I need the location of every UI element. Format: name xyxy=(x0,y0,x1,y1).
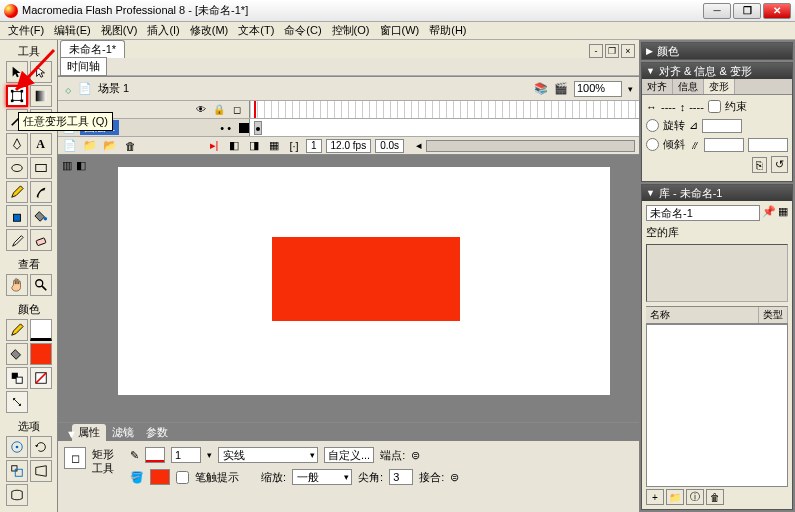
copy-transform-icon[interactable]: ⎘ xyxy=(752,157,767,173)
hand-tool[interactable] xyxy=(6,274,28,296)
align-panel-header[interactable]: ▼对齐 & 信息 & 变形 xyxy=(642,63,792,79)
info-tab[interactable]: 信息 xyxy=(673,79,704,94)
option-rotate-icon[interactable] xyxy=(30,436,52,458)
new-folder-icon[interactable]: 📁 xyxy=(666,489,684,505)
fill-color-swatch[interactable] xyxy=(30,343,52,365)
zoom-tool[interactable] xyxy=(30,274,52,296)
align-tab[interactable]: 对齐 xyxy=(642,79,673,94)
transform-tab[interactable]: 变形 xyxy=(704,79,735,94)
free-transform-tool[interactable] xyxy=(6,85,28,107)
insert-layer-icon[interactable]: 📄 xyxy=(62,139,78,153)
center-frame-icon[interactable]: ▸| xyxy=(206,139,222,153)
scene-back-icon[interactable]: ⬦ xyxy=(64,81,72,97)
doc-minimize-icon[interactable]: - xyxy=(589,44,603,58)
rotate-radio[interactable] xyxy=(646,119,659,132)
edit-multiple-icon[interactable]: ▦ xyxy=(266,139,282,153)
gradient-transform-tool[interactable] xyxy=(30,85,52,107)
menu-view[interactable]: 视图(V) xyxy=(97,22,142,39)
pencil-tool[interactable] xyxy=(6,181,28,203)
black-white-button[interactable] xyxy=(6,367,28,389)
skew-h-field[interactable] xyxy=(704,138,744,152)
onion-outline-icon[interactable]: ◨ xyxy=(246,139,262,153)
delete-item-icon[interactable]: 🗑 xyxy=(706,489,724,505)
brush-tool[interactable] xyxy=(30,181,52,203)
outline-column-icon[interactable]: ◻ xyxy=(231,104,243,116)
parameters-tab[interactable]: 参数 xyxy=(140,424,174,441)
fill-color-picker[interactable] xyxy=(150,469,170,485)
edit-symbol-icon[interactable]: 🎬 xyxy=(554,82,568,95)
pin-library-icon[interactable]: 📌 xyxy=(762,205,776,221)
stroke-color-swatch[interactable] xyxy=(30,319,52,341)
layer-frames-track[interactable] xyxy=(250,119,639,136)
rectangle-shape[interactable] xyxy=(272,237,460,321)
join-dropdown-icon[interactable]: ⊜ xyxy=(450,471,459,484)
skew-v-field[interactable] xyxy=(748,138,788,152)
maximize-button[interactable]: ❐ xyxy=(733,3,761,19)
insert-guide-icon[interactable]: 📁 xyxy=(82,139,98,153)
endcap-dropdown-icon[interactable]: ⊜ xyxy=(411,449,420,462)
eyedropper-tool[interactable] xyxy=(6,229,28,251)
canvas-tool1-icon[interactable]: ▥ xyxy=(62,159,72,172)
option-snap-icon[interactable] xyxy=(6,436,28,458)
stroke-weight-stepper-icon[interactable]: ▾ xyxy=(207,450,212,460)
swap-colors-button[interactable] xyxy=(6,391,28,413)
stroke-style-dropdown[interactable]: 实线 xyxy=(218,447,318,463)
subselect-tool[interactable] xyxy=(30,61,52,83)
library-doc-dropdown[interactable]: 未命名-1 xyxy=(646,205,760,221)
zoom-dropdown-icon[interactable]: ▾ xyxy=(628,84,633,94)
reset-transform-icon[interactable]: ↺ xyxy=(771,156,788,173)
menu-window[interactable]: 窗口(W) xyxy=(376,22,424,39)
option-envelope-icon[interactable] xyxy=(6,484,28,506)
text-tool[interactable]: A xyxy=(30,133,52,155)
timeline-tab-button[interactable]: 时间轴 xyxy=(60,57,107,76)
insert-folder-icon[interactable]: 📂 xyxy=(102,139,118,153)
menu-file[interactable]: 文件(F) xyxy=(4,22,48,39)
skew-radio[interactable] xyxy=(646,138,659,151)
menu-help[interactable]: 帮助(H) xyxy=(425,22,470,39)
new-symbol-icon[interactable]: + xyxy=(646,489,664,505)
frame-ruler[interactable] xyxy=(250,101,639,118)
color-panel-header[interactable]: ▶颜色 xyxy=(642,43,792,59)
menu-control[interactable]: 控制(O) xyxy=(328,22,374,39)
doc-close-icon[interactable]: × xyxy=(621,44,635,58)
library-item-list[interactable] xyxy=(646,324,788,487)
menu-insert[interactable]: 插入(I) xyxy=(143,22,183,39)
properties-icon[interactable]: ⓘ xyxy=(686,489,704,505)
menu-edit[interactable]: 编辑(E) xyxy=(50,22,95,39)
edit-scene-icon[interactable]: 📚 xyxy=(534,82,548,95)
modify-markers-icon[interactable]: [·] xyxy=(286,139,302,153)
canvas-tool2-icon[interactable]: ◧ xyxy=(76,159,86,172)
document-tab[interactable]: 未命名-1* xyxy=(60,40,125,58)
name-column[interactable]: 名称 xyxy=(646,307,759,323)
new-library-icon[interactable]: ▦ xyxy=(778,205,788,221)
onion-skin-icon[interactable]: ◧ xyxy=(226,139,242,153)
close-button[interactable]: ✕ xyxy=(763,3,791,19)
delete-layer-icon[interactable]: 🗑 xyxy=(122,139,138,153)
option-scale-icon[interactable] xyxy=(6,460,28,482)
stroke-hint-checkbox[interactable] xyxy=(176,471,189,484)
stroke-color-picker[interactable] xyxy=(145,447,165,463)
scene-label[interactable]: 场景 1 xyxy=(98,81,129,96)
panel-collapse-icon[interactable]: ▼ xyxy=(60,427,72,441)
zoom-input[interactable]: 100% xyxy=(574,81,622,97)
scale-dropdown[interactable]: 一般 xyxy=(292,469,352,485)
no-color-button[interactable] xyxy=(30,367,52,389)
properties-tab[interactable]: 属性 xyxy=(72,424,106,441)
menu-text[interactable]: 文本(T) xyxy=(234,22,278,39)
eraser-tool[interactable] xyxy=(30,229,52,251)
oval-tool[interactable] xyxy=(6,157,28,179)
eye-column-icon[interactable]: 👁 xyxy=(195,104,207,116)
lock-column-icon[interactable]: 🔒 xyxy=(213,104,225,116)
menu-modify[interactable]: 修改(M) xyxy=(186,22,233,39)
pen-tool[interactable] xyxy=(6,133,28,155)
filters-tab[interactable]: 滤镜 xyxy=(106,424,140,441)
rectangle-tool[interactable] xyxy=(30,157,52,179)
stage[interactable] xyxy=(118,167,610,395)
option-distort-icon[interactable] xyxy=(30,460,52,482)
timeline-scrollbar[interactable] xyxy=(426,140,635,152)
stroke-weight-field[interactable]: 1 xyxy=(171,447,201,463)
ink-bottle-tool[interactable] xyxy=(6,205,28,227)
menu-commands[interactable]: 命令(C) xyxy=(280,22,325,39)
miter-field[interactable]: 3 xyxy=(389,469,413,485)
paint-bucket-tool[interactable] xyxy=(30,205,52,227)
